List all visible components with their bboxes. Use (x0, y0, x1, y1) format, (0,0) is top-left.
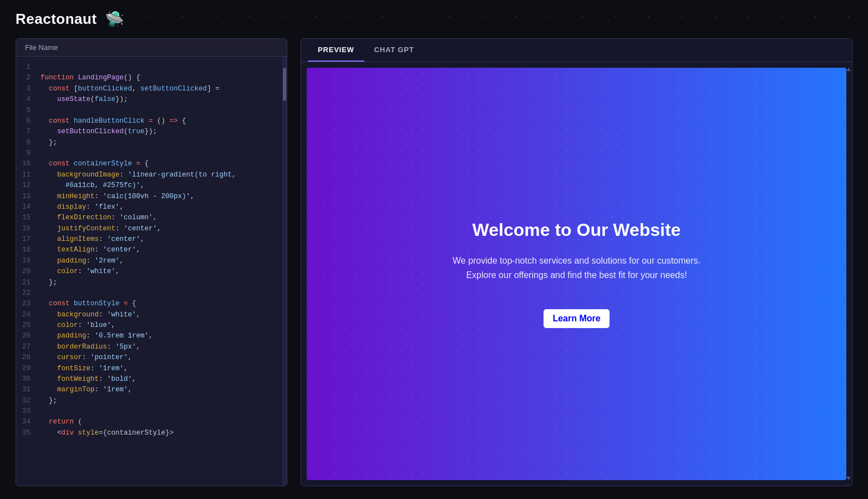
code-line: return ( (40, 417, 278, 427)
planet-icon: 🛸 (105, 10, 124, 28)
code-line: }; (40, 138, 278, 148)
preview-content: Welcome to Our Website We provide top-no… (301, 62, 852, 486)
code-line: borderRadius: '5px', (40, 342, 278, 352)
preview-title: Welcome to Our Website (473, 220, 681, 240)
code-line: fontWeight: 'bold', (40, 374, 278, 385)
code-scrollbar[interactable] (282, 57, 287, 486)
code-line (40, 406, 278, 417)
code-line: setButtonClicked(true}); (40, 127, 278, 137)
code-line (40, 62, 278, 73)
code-line: }; (40, 396, 278, 406)
code-line: flexDirection: 'column', (40, 213, 278, 223)
code-line: display: 'flex', (40, 202, 278, 213)
code-line: minHeight: 'calc(100vh - 200px)', (40, 191, 278, 202)
app-title: Reactonaut (16, 11, 97, 28)
code-line: cursor: 'pointer', (40, 352, 278, 363)
code-line: useState(false}); (40, 94, 278, 105)
code-line: const buttonStyle = { (40, 299, 278, 309)
scrollbar-thumb (283, 68, 286, 101)
code-line: textAlign: 'center', (40, 245, 278, 255)
line-numbers: 1234567891011121314151617181920212223242… (16, 57, 36, 486)
preview-panel: PREVIEW CHAT GPT Welcome to Our Website … (301, 38, 852, 486)
code-line: const handleButtonClick = () => { (40, 116, 278, 127)
code-line: alignItems: 'center', (40, 234, 278, 245)
code-line: fontSize: '1rem', (40, 364, 278, 374)
code-panel: File Name 123456789101112131415161718192… (16, 38, 287, 486)
preview-subtitle: We provide top-notch services and soluti… (438, 254, 715, 282)
code-line: backgroundImage: 'linear-gradient(to rig… (40, 170, 278, 180)
code-line: background: 'white', (40, 310, 278, 320)
code-line: color: 'white', (40, 266, 278, 277)
code-line: marginTop: '1rem', (40, 385, 278, 395)
code-line: color: 'blue', (40, 320, 278, 331)
code-content[interactable]: function LandingPage() { const [buttonCl… (36, 57, 282, 486)
code-line (40, 148, 278, 159)
main-layout: File Name 123456789101112131415161718192… (0, 38, 868, 497)
code-line (40, 105, 278, 116)
scroll-down-arrow (846, 477, 851, 480)
code-line: padding: '0.5rem 1rem', (40, 331, 278, 341)
code-line: }; (40, 278, 278, 288)
code-line (40, 288, 278, 299)
code-line: justifyContent: 'center', (40, 224, 278, 234)
preview-frame: Welcome to Our Website We provide top-no… (307, 68, 846, 480)
code-body: 1234567891011121314151617181920212223242… (16, 57, 287, 486)
preview-scrollbar (846, 68, 851, 480)
code-line: const [buttonClicked, setButtonClicked] … (40, 84, 278, 94)
code-line: <div style={containerStyle}> (40, 428, 278, 438)
app-header: Reactonaut 🛸 (0, 0, 868, 38)
tab-chatgpt[interactable]: CHAT GPT (364, 39, 424, 62)
code-line: #6a11cb, #2575fc)', (40, 180, 278, 191)
code-line: function LandingPage() { (40, 73, 278, 83)
code-line: padding: '2rem', (40, 256, 278, 266)
scroll-up-arrow (846, 68, 851, 71)
code-line: const containerStyle = { (40, 159, 278, 169)
tab-preview[interactable]: PREVIEW (308, 39, 364, 62)
learn-more-button[interactable]: Learn More (544, 309, 609, 328)
file-name-label: File Name (16, 39, 287, 57)
preview-tabs: PREVIEW CHAT GPT (301, 39, 852, 62)
